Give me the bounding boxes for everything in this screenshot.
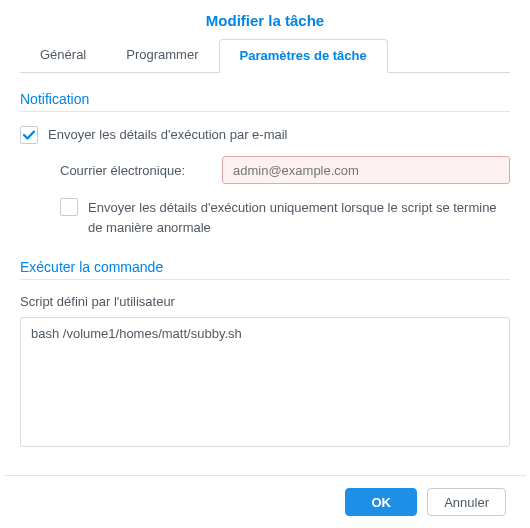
modal-title: Modifier la tâche — [0, 0, 530, 39]
checkmark-icon — [22, 128, 36, 142]
send-details-label: Envoyer les détails d'exécution par e-ma… — [48, 126, 288, 144]
divider — [20, 279, 510, 280]
tab-schedule[interactable]: Programmer — [106, 39, 218, 73]
content-area: Notification Envoyer les détails d'exécu… — [0, 73, 530, 475]
only-on-error-row: Envoyer les détails d'exécution uniqueme… — [60, 198, 510, 237]
ok-button[interactable]: OK — [345, 488, 417, 516]
only-on-error-label: Envoyer les détails d'exécution uniqueme… — [88, 198, 510, 237]
run-command-section-title: Exécuter la commande — [20, 259, 510, 275]
tab-general[interactable]: Général — [20, 39, 106, 73]
user-script-textarea[interactable] — [20, 317, 510, 447]
footer: OK Annuler — [4, 475, 526, 528]
send-details-checkbox[interactable] — [20, 126, 38, 144]
tab-task-settings[interactable]: Paramètres de tâche — [219, 39, 388, 73]
edit-task-modal: Modifier la tâche Général Programmer Par… — [0, 0, 530, 528]
only-on-error-checkbox[interactable] — [60, 198, 78, 216]
send-details-row: Envoyer les détails d'exécution par e-ma… — [20, 126, 510, 144]
email-field-row: Courrier électronique: — [60, 156, 510, 184]
notification-section-title: Notification — [20, 91, 510, 107]
tabs: Général Programmer Paramètres de tâche — [0, 39, 530, 73]
email-label: Courrier électronique: — [60, 163, 210, 178]
email-input[interactable] — [222, 156, 510, 184]
cancel-button[interactable]: Annuler — [427, 488, 506, 516]
user-script-label: Script défini par l'utilisateur — [20, 294, 510, 309]
divider — [20, 111, 510, 112]
